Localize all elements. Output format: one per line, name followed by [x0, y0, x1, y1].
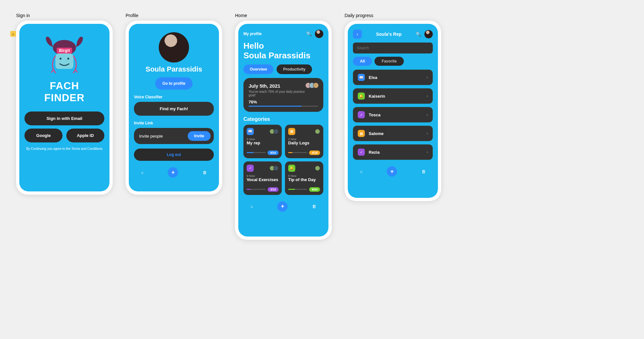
svg-rect-3 — [55, 53, 73, 69]
tile-ratio: 3/15 — [268, 187, 279, 192]
home-icon[interactable]: ⌂ — [141, 170, 144, 175]
tab-overview[interactable]: Overview — [243, 64, 273, 74]
home-icon[interactable]: ⌂ — [360, 169, 363, 174]
list-item[interactable]: ✓ Rezia › — [353, 144, 433, 160]
chip-all[interactable]: All — [353, 57, 372, 66]
home-icon[interactable]: ⌂ — [251, 204, 253, 209]
box-icon: ▦ — [358, 130, 365, 137]
category-tile[interactable]: ▦ 2 New Daily Logs 4/18 — [285, 125, 323, 158]
home-badge-icon: ⌂ — [10, 31, 16, 37]
item-name: Salome — [369, 131, 423, 136]
chevron-right-icon: › — [427, 75, 428, 80]
logout-button[interactable]: Log out — [134, 149, 214, 161]
list-item[interactable]: ▦ Salome › — [353, 126, 433, 141]
avatar[interactable] — [424, 30, 433, 38]
screen-label: Home — [235, 13, 332, 18]
user-name: Soula Parassidis — [146, 65, 202, 73]
svg-point-4 — [60, 58, 62, 60]
category-tile[interactable]: 📖 5 New My rep 9/24 — [243, 125, 282, 158]
tile-ratio: 9/24 — [309, 187, 320, 192]
list-item[interactable]: 🔔 Kaiserin › — [353, 88, 433, 104]
tile-title: Daily Logs — [288, 141, 320, 145]
participant-avatars — [307, 82, 319, 88]
chk-icon: ✓ — [247, 165, 254, 172]
trash-icon[interactable]: 🗑 — [203, 170, 207, 175]
tile-title: Tip of the Day — [288, 178, 320, 182]
tile-progress-bar — [288, 152, 307, 153]
chk-icon: ✓ — [358, 149, 365, 156]
add-button[interactable]: + — [168, 167, 178, 178]
tile-progress-bar — [247, 152, 266, 153]
tile-progress-bar — [247, 189, 266, 190]
add-button[interactable]: + — [387, 166, 397, 177]
tile-title: Vocal Exercises — [247, 178, 279, 182]
item-name: Kaiserin — [369, 94, 423, 99]
progress-card[interactable]: July 5th, 2021 You've reach 76% of your … — [243, 78, 323, 112]
progress-percent: 76% — [249, 100, 318, 104]
avatar[interactable] — [159, 32, 189, 63]
tile-progress-bar — [288, 189, 307, 190]
greeting: HelloSoula Parassidis — [243, 41, 323, 61]
box-icon: ▦ — [288, 128, 295, 135]
progress-message: You've reach 76% of your daily practice … — [249, 90, 307, 97]
signin-email-button[interactable]: Sign in with Email — [24, 111, 104, 125]
trash-icon[interactable]: 🗑 — [312, 204, 316, 209]
bell-icon: 🔔 — [288, 165, 295, 172]
invite-text: Invite people — [139, 134, 163, 139]
goto-profile-button[interactable]: Go to profile — [155, 77, 192, 90]
tile-title: My rep — [247, 141, 279, 145]
search-input[interactable] — [353, 43, 433, 53]
tile-avatars — [271, 166, 279, 171]
chevron-right-icon: › — [427, 150, 428, 154]
search-icon[interactable]: 🔍 — [416, 32, 421, 37]
progress-bar — [249, 106, 318, 107]
bottom-nav: ⌂ + 🗑 — [134, 167, 214, 178]
invite-button[interactable]: Invite — [188, 131, 211, 141]
svg-text:Birgit: Birgit — [59, 48, 70, 53]
back-button[interactable]: ‹ — [353, 30, 362, 39]
screen-label: Sign in — [16, 13, 113, 18]
chk-icon: ✓ — [358, 111, 365, 118]
signin-apple-button[interactable]: Apple ID — [66, 129, 104, 142]
list-item[interactable]: 📖 Elsa › — [353, 70, 433, 85]
categories-heading: Categories — [243, 116, 323, 122]
item-name: Elsa — [369, 75, 423, 80]
phone-daily: ‹ Soula's Rep 🔍 All Favorite 📖 Elsa ›🔔 K… — [345, 21, 441, 201]
my-profile-link[interactable]: My profile — [243, 32, 262, 36]
chevron-right-icon: › — [427, 112, 428, 117]
terms-text: By Continuing you agree to the Terms and… — [24, 147, 104, 150]
screen-label: Profile — [126, 13, 222, 18]
chip-favorite[interactable]: Favorite — [374, 57, 404, 66]
category-tile[interactable]: ✓ 9 New Vocal Exercises 3/15 — [243, 161, 282, 195]
screen-label: Daily progress — [345, 13, 441, 18]
phone-home: My profile 🔍 HelloSoula Parassidis Overv… — [235, 21, 332, 240]
app-title: FACHFINDER — [44, 80, 84, 104]
page-title: Soula's Rep — [376, 32, 402, 37]
invite-link-label: Invite Link — [134, 121, 214, 125]
tile-ratio: 4/18 — [309, 150, 320, 155]
signin-google-button[interactable]: Google — [24, 129, 62, 142]
list-item[interactable]: ✓ Tosca › — [353, 107, 433, 122]
avatar[interactable] — [315, 30, 323, 38]
add-button[interactable]: + — [277, 201, 288, 212]
svg-point-5 — [67, 58, 69, 60]
item-name: Rezia — [369, 150, 423, 155]
bell-icon: 🔔 — [358, 92, 365, 100]
find-fach-button[interactable]: Find my Fach! — [134, 102, 214, 116]
viking-logo: Birgit — [42, 32, 87, 77]
phone-profile: Soula Parassidis Go to profile Voice Cla… — [126, 21, 222, 195]
phone-signin: ⌂ Birgit FACHFINDER Sign in with Email G… — [16, 21, 113, 195]
tile-avatars — [271, 129, 279, 134]
category-tile[interactable]: 🔔 5 New Tip of the Day 9/24 — [285, 161, 323, 195]
chevron-right-icon: › — [427, 131, 428, 136]
tab-productivity[interactable]: Productivity — [277, 64, 312, 74]
chevron-right-icon: › — [427, 94, 428, 98]
trash-icon[interactable]: 🗑 — [421, 169, 426, 174]
tile-avatars — [316, 166, 320, 171]
invite-row: Invite people Invite — [134, 128, 214, 144]
voice-classifier-label: Voice Classifier — [134, 95, 214, 99]
book-icon: 📖 — [358, 74, 365, 81]
bottom-nav: ⌂ + 🗑 — [243, 201, 323, 212]
search-icon[interactable]: 🔍 — [306, 31, 312, 36]
item-name: Tosca — [369, 112, 423, 117]
